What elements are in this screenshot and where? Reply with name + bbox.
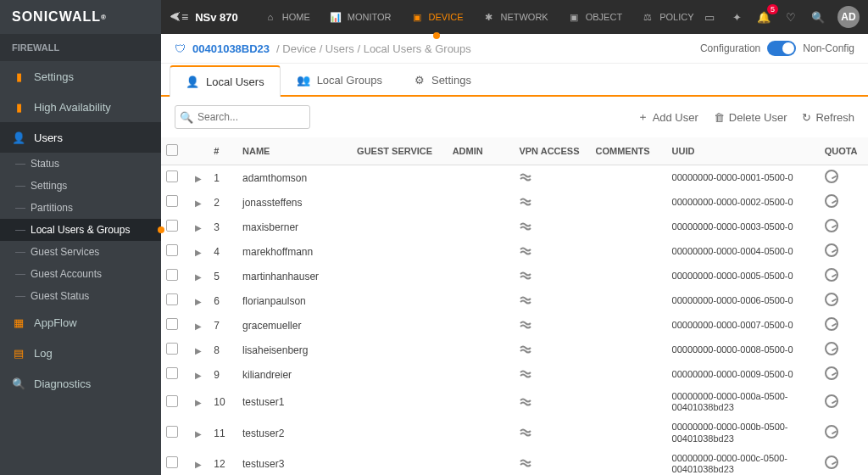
row-name: testuser1 xyxy=(237,387,352,417)
refresh-button[interactable]: ↻Refresh xyxy=(802,109,854,125)
delete-user-button[interactable]: 🗑Delete User xyxy=(714,109,787,125)
tab-local-groups[interactable]: 👥Local Groups xyxy=(281,64,398,95)
breadcrumb: 🛡 00401038BD23 / Device / Users / Local … xyxy=(161,34,868,64)
row-checkbox[interactable] xyxy=(166,293,178,305)
expand-icon[interactable]: ▶ xyxy=(195,321,202,331)
table-row: ▶12testuser300000000-0000-000c-0500-0040… xyxy=(161,449,868,475)
vpn-icon xyxy=(519,396,532,409)
help-icon[interactable]: ♡ xyxy=(783,9,798,25)
device-model: NSv 870 xyxy=(195,11,238,24)
topnav-home[interactable]: ⌂HOME xyxy=(264,0,310,34)
tab-settings[interactable]: ⚙Settings xyxy=(398,64,487,95)
avatar[interactable]: AD xyxy=(837,6,860,28)
sidebar-item-settings[interactable]: ▮Settings xyxy=(0,61,161,92)
col-num: # xyxy=(209,137,237,165)
sidebar-section-firewall: FIREWALL xyxy=(0,34,161,61)
row-checkbox[interactable] xyxy=(166,426,178,438)
users-icon: 👤 xyxy=(12,131,25,144)
row-name: adamthomson xyxy=(237,165,352,191)
expand-icon[interactable]: ▶ xyxy=(195,248,202,257)
config-toggle[interactable]: Configuration Non-Config xyxy=(700,41,854,56)
expand-icon[interactable]: ▶ xyxy=(195,398,202,407)
main-content: 🛡 00401038BD23 / Device / Users / Local … xyxy=(161,34,868,475)
table-row: ▶5martinhanhauser00000000-0000-0005-0500… xyxy=(161,264,868,288)
tab-local-users[interactable]: 👤Local Users xyxy=(170,65,281,97)
table-row: ▶10testuser100000000-0000-000a-0500-0040… xyxy=(161,387,868,417)
row-checkbox[interactable] xyxy=(166,456,178,468)
vpn-icon xyxy=(519,196,532,209)
row-num: 2 xyxy=(209,190,237,215)
row-name: florianpaulson xyxy=(237,288,352,313)
topnav-device[interactable]: ▣DEVICE xyxy=(410,0,464,34)
row-checkbox[interactable] xyxy=(166,170,178,182)
ha-icon: ▮ xyxy=(12,100,25,114)
row-checkbox[interactable] xyxy=(166,220,178,232)
expand-icon[interactable]: ▶ xyxy=(195,174,202,183)
vpn-icon xyxy=(519,270,532,282)
row-checkbox[interactable] xyxy=(166,244,178,256)
row-name: testuser2 xyxy=(237,417,352,448)
topnav-network[interactable]: ✱NETWORK xyxy=(481,0,548,34)
row-num: 4 xyxy=(209,239,237,264)
vpn-icon xyxy=(519,344,532,356)
search-input[interactable] xyxy=(175,105,310,129)
network-icon: ✱ xyxy=(481,10,495,24)
sidebar-sub-local-users-groups[interactable]: Local Users & Groups xyxy=(0,219,161,241)
row-uuid: 00000000-0000-0007-0500-0 xyxy=(667,313,820,338)
row-name: maxisberner xyxy=(237,215,352,239)
row-num: 7 xyxy=(209,313,237,338)
sidebar-sub-guest-services[interactable]: Guest Services xyxy=(0,241,161,263)
topnav-monitor[interactable]: 📊MONITOR xyxy=(329,0,392,34)
breadcrumb-mac[interactable]: 00401038BD23 xyxy=(192,42,270,55)
row-num: 6 xyxy=(209,288,237,313)
log-icon: ▤ xyxy=(12,346,25,360)
expand-icon[interactable]: ▶ xyxy=(195,223,202,232)
row-checkbox[interactable] xyxy=(166,367,178,379)
diagnostics-icon: 🔍 xyxy=(12,377,25,390)
search-icon[interactable]: 🔍 xyxy=(810,9,826,25)
row-name: kiliandreier xyxy=(237,362,352,387)
sidebar-sub-guest-status[interactable]: Guest Status xyxy=(0,285,161,307)
expand-icon[interactable]: ▶ xyxy=(195,198,202,208)
quota-icon xyxy=(825,268,838,282)
gear-icon: ⚙ xyxy=(415,74,425,87)
expand-icon[interactable]: ▶ xyxy=(195,460,202,469)
table-row: ▶4marekhoffmann00000000-0000-0004-0500-0 xyxy=(161,239,868,264)
toggle-switch[interactable] xyxy=(767,41,796,56)
sidebar-sub-guest-accounts[interactable]: Guest Accounts xyxy=(0,263,161,285)
notifications-icon[interactable]: 🔔5 xyxy=(756,9,771,25)
row-checkbox[interactable] xyxy=(166,395,178,407)
row-checkbox[interactable] xyxy=(166,195,178,207)
table-row: ▶2jonassteffens00000000-0000-0002-0500-0 xyxy=(161,190,868,215)
policy-icon: ⚖ xyxy=(641,10,654,24)
sidebar-sub-settings[interactable]: Settings xyxy=(0,175,161,197)
back-icon[interactable]: ⮜≡ xyxy=(170,10,188,24)
expand-icon[interactable]: ▶ xyxy=(195,346,202,355)
expand-icon[interactable]: ▶ xyxy=(195,429,202,439)
sidebar-item-diagnostics[interactable]: 🔍Diagnostics xyxy=(0,368,161,399)
row-checkbox[interactable] xyxy=(166,343,178,355)
user-icon: 👤 xyxy=(186,75,199,88)
sidebar-item-users[interactable]: 👤Users xyxy=(0,122,161,153)
quota-icon xyxy=(825,293,838,306)
expand-icon[interactable]: ▶ xyxy=(195,371,202,380)
sidebar-sub-status[interactable]: Status xyxy=(0,153,161,175)
row-name: testuser3 xyxy=(237,449,352,475)
sidebar-item-high-availability[interactable]: ▮High Availability xyxy=(0,92,161,122)
select-all-checkbox[interactable] xyxy=(166,144,178,156)
row-uuid: 00000000-0000-0002-0500-0 xyxy=(667,190,820,215)
terminal-icon[interactable]: ▭ xyxy=(702,9,717,25)
sidebar-item-log[interactable]: ▤Log xyxy=(0,338,161,368)
row-checkbox[interactable] xyxy=(166,318,178,330)
expand-icon[interactable]: ▶ xyxy=(195,272,202,282)
quota-icon xyxy=(825,342,838,355)
expand-icon[interactable]: ▶ xyxy=(195,297,202,306)
add-user-button[interactable]: ＋Add User xyxy=(637,109,698,125)
topnav-policy[interactable]: ⚖POLICY xyxy=(641,0,693,34)
topnav-object[interactable]: ▣OBJECT xyxy=(567,0,622,34)
sidebar-item-appflow[interactable]: ▦AppFlow xyxy=(0,307,161,338)
sidebar-sub-partitions[interactable]: Partitions xyxy=(0,197,161,219)
row-checkbox[interactable] xyxy=(166,269,178,281)
pin-icon[interactable]: ✦ xyxy=(729,9,744,25)
row-num: 3 xyxy=(209,215,237,239)
